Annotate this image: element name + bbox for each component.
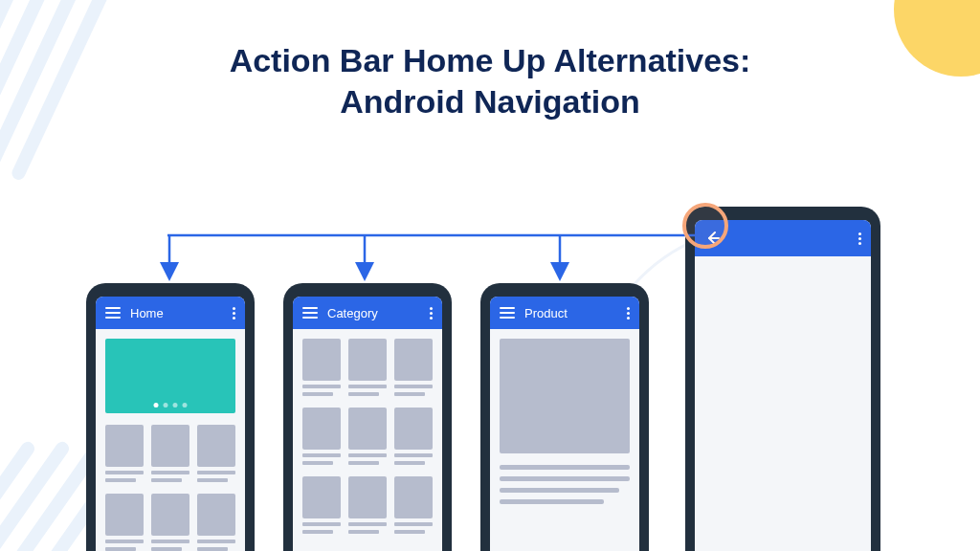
phone-detail xyxy=(685,207,880,551)
hero-carousel[interactable] xyxy=(105,339,235,413)
phone-mockups-row: Home xyxy=(0,264,980,551)
overflow-menu-icon[interactable] xyxy=(430,307,433,320)
phone-product-screen: Product xyxy=(490,297,639,551)
home-grid-row-1 xyxy=(105,425,235,482)
text-placeholder xyxy=(500,499,604,504)
home-grid-row-2 xyxy=(105,494,235,551)
page-title: Action Bar Home Up Alternatives: Android… xyxy=(0,40,980,121)
list-item[interactable] xyxy=(394,339,433,396)
phone-home-screen: Home xyxy=(96,297,245,551)
list-item[interactable] xyxy=(105,425,144,482)
carousel-dots xyxy=(154,403,188,408)
title-line-2: Android Navigation xyxy=(340,83,640,120)
list-item[interactable] xyxy=(348,339,387,396)
phone-category: Category xyxy=(283,283,452,551)
appbar-title: Category xyxy=(327,306,430,320)
list-item[interactable] xyxy=(302,408,341,465)
category-grid-row-3 xyxy=(302,476,433,534)
appbar-product: Product xyxy=(490,297,639,329)
list-item[interactable] xyxy=(105,494,144,551)
overflow-menu-icon[interactable] xyxy=(233,307,235,320)
list-item[interactable] xyxy=(348,408,387,465)
phone-product: Product xyxy=(480,283,649,551)
phone-home: Home xyxy=(86,283,255,551)
appbar-category: Category xyxy=(293,297,442,329)
home-content xyxy=(96,329,245,551)
list-item[interactable] xyxy=(197,425,235,482)
overflow-menu-icon[interactable] xyxy=(858,232,861,245)
list-item[interactable] xyxy=(197,494,235,551)
category-grid-row-1 xyxy=(302,339,433,396)
appbar-home: Home xyxy=(96,297,245,329)
category-content xyxy=(293,329,442,551)
category-grid-row-2 xyxy=(302,408,433,465)
text-placeholder xyxy=(500,488,619,493)
list-item[interactable] xyxy=(348,476,387,534)
phone-detail-screen xyxy=(695,220,871,551)
list-item[interactable] xyxy=(151,494,189,551)
hamburger-icon[interactable] xyxy=(500,307,515,319)
list-item[interactable] xyxy=(394,476,433,534)
title-line-1: Action Bar Home Up Alternatives: xyxy=(230,42,751,78)
back-button-highlight-ring xyxy=(682,203,728,249)
product-content xyxy=(490,329,639,551)
navigation-flow-arrows xyxy=(167,231,703,289)
list-item[interactable] xyxy=(394,408,433,465)
product-image-placeholder xyxy=(500,339,630,453)
list-item[interactable] xyxy=(151,425,189,482)
phone-category-screen: Category xyxy=(293,297,442,551)
appbar-title: Home xyxy=(130,306,233,320)
list-item[interactable] xyxy=(302,476,341,534)
detail-content xyxy=(695,256,871,551)
text-placeholder xyxy=(500,476,630,481)
hamburger-icon[interactable] xyxy=(105,307,121,319)
text-placeholder xyxy=(500,465,630,470)
list-item[interactable] xyxy=(302,339,341,396)
overflow-menu-icon[interactable] xyxy=(627,307,630,320)
hamburger-icon[interactable] xyxy=(302,307,318,319)
appbar-title: Product xyxy=(524,306,627,320)
